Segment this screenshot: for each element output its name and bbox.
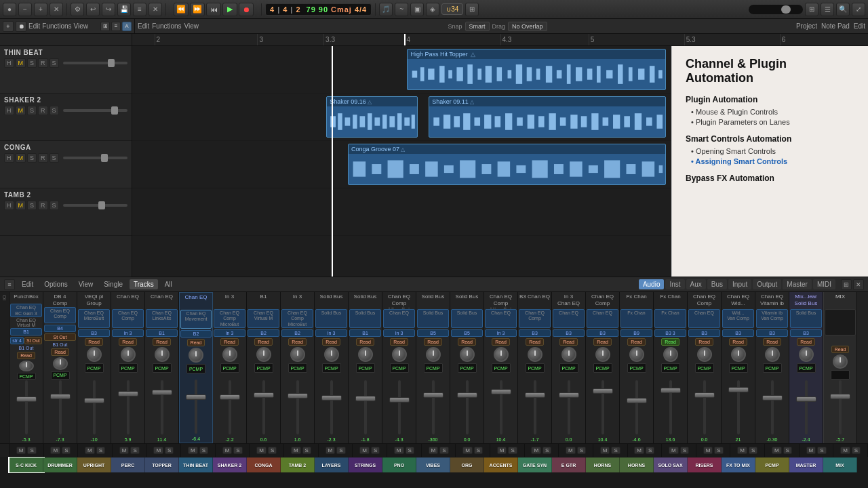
mute-btn[interactable]: M (497, 447, 507, 454)
fader-knob[interactable] (593, 388, 613, 394)
fader-track[interactable] (25, 380, 28, 434)
channel-mode[interactable]: In 3 (485, 329, 517, 337)
channel-plugin[interactable]: Solid Bus (349, 309, 381, 328)
fader-knob[interactable] (457, 392, 477, 398)
solo-btn[interactable]: S (406, 447, 414, 454)
mute-btn[interactable]: M (703, 447, 713, 454)
fader-track[interactable] (93, 380, 96, 434)
fader-knob[interactable] (288, 393, 308, 399)
solo-btn[interactable]: S (199, 447, 208, 454)
fader-track[interactable] (262, 380, 265, 434)
channel-read-btn[interactable]: Read (593, 338, 612, 346)
channel-read-btn[interactable]: Read (763, 338, 781, 346)
mute-btn[interactable]: M (394, 447, 404, 454)
channel-read-btn[interactable]: Read (288, 338, 307, 346)
mixer-btn[interactable]: ≡ (133, 3, 146, 16)
collapse-btn[interactable]: ≡ (111, 22, 121, 31)
mute-btn[interactable]: M (531, 447, 541, 454)
rewind-btn[interactable]: ⏪ (174, 3, 189, 16)
channel-plugin[interactable]: Solid Bus (417, 309, 449, 328)
fader-knob[interactable] (796, 396, 816, 402)
mixer-aux-tab[interactable]: Aux (686, 279, 706, 289)
mute-btn[interactable]: M (600, 447, 610, 454)
channel-out[interactable]: St Out (24, 337, 42, 344)
fader-track[interactable] (737, 380, 740, 434)
channel-read-btn[interactable]: Read (526, 338, 544, 346)
channel-read-btn[interactable]: Read (356, 338, 374, 346)
fader-track[interactable] (568, 380, 570, 434)
mute-btn[interactable]: M (16, 447, 26, 454)
channel-read-btn[interactable]: Read (458, 338, 476, 346)
functions-label2[interactable]: Functions (152, 22, 181, 30)
fader-track[interactable] (364, 380, 367, 434)
channel-pan-knob[interactable] (290, 347, 305, 362)
color-tab[interactable]: RISERS (688, 458, 722, 472)
ruler-timeline[interactable]: 2 3 3.3 4 4.3 5 5.3 6 (132, 34, 868, 45)
channel-read-btn[interactable]: Read (661, 338, 679, 346)
solo-btn[interactable]: S (577, 447, 586, 454)
channel-pan-knob[interactable] (663, 347, 678, 362)
channel-mode[interactable]: In 3 (112, 329, 144, 337)
channel-mode[interactable]: B1 (349, 329, 381, 337)
color-tab[interactable]: TAMB 2 (281, 458, 315, 472)
channel-pan-knob[interactable] (595, 347, 610, 362)
track-h-btn[interactable]: H (4, 106, 14, 115)
channel-read-btn[interactable]: Read (390, 338, 408, 346)
fader-knob[interactable] (118, 391, 138, 396)
fader-knob[interactable] (50, 394, 71, 399)
fader-track[interactable] (703, 380, 706, 434)
channel-mode[interactable]: B3 (587, 329, 618, 337)
channel-mode[interactable]: B1 (10, 328, 42, 336)
solo-btn[interactable]: S (714, 447, 723, 454)
track-r-btn[interactable]: R (38, 153, 48, 163)
channel-pan-knob[interactable] (426, 347, 441, 362)
color-tab[interactable]: FX TO MIX (722, 458, 755, 472)
search-btn[interactable]: 🔍 (836, 3, 850, 16)
fader-track[interactable] (534, 380, 536, 434)
redo-btn[interactable]: ↪ (102, 3, 115, 16)
channel-plugin[interactable]: Chan EQ (587, 309, 618, 328)
color-tab[interactable]: SOLO SAX (654, 458, 688, 472)
channel-mode[interactable]: B3 (78, 329, 110, 337)
mute-btn[interactable]: M (840, 447, 850, 454)
track-h-btn[interactable]: H (4, 58, 14, 68)
plugin-btn[interactable]: ⊞ (465, 3, 479, 16)
mute-btn[interactable]: M (119, 447, 130, 454)
channel-pan-knob[interactable] (19, 361, 34, 371)
color-tab[interactable]: UPRIGHT (77, 458, 111, 472)
track-h-btn[interactable]: H (4, 201, 14, 210)
channel-mode[interactable]: B3 (519, 329, 551, 337)
track-m-btn[interactable]: M (16, 106, 26, 115)
channel-pan-knob[interactable] (697, 347, 712, 362)
mixer-midi-tab[interactable]: MIDI (813, 279, 835, 289)
time-display[interactable]: 4 | 4 | 2 79 90 Cmaj 4/4 (265, 3, 372, 16)
solo-btn[interactable]: S (680, 447, 689, 454)
fader-track[interactable] (771, 380, 774, 434)
mixer-bus-tab[interactable]: Bus (707, 279, 727, 289)
channel-insert[interactable]: B1 Out (19, 346, 34, 350)
fader-knob[interactable] (525, 392, 545, 398)
channel-read-btn[interactable]: Read (85, 338, 103, 346)
fader-knob[interactable] (762, 395, 783, 401)
channel-mode[interactable]: B5 (451, 329, 483, 337)
solo-btn[interactable]: S (817, 447, 826, 454)
channel-mode[interactable]: B3 (688, 329, 720, 337)
view-label2[interactable]: View (184, 22, 199, 30)
fader-track[interactable] (635, 380, 638, 434)
color-tab[interactable]: TOPPER (145, 458, 179, 472)
channel-mode[interactable]: B2 (248, 329, 279, 337)
color-tab[interactable]: HORNS (586, 458, 620, 472)
color-tab[interactable]: PNO (382, 458, 416, 472)
channel-mode[interactable]: In 3 (383, 329, 415, 337)
channel-plugin[interactable]: Solid Bus (315, 309, 347, 328)
channel-mode[interactable]: B3 (722, 329, 754, 337)
channel-plugin[interactable]: Chan EQLinksAlts (146, 309, 178, 328)
app-icon[interactable]: ● (3, 3, 16, 16)
mute-btn[interactable]: M (359, 447, 370, 454)
fader-knob[interactable] (389, 397, 410, 403)
solo-btn[interactable]: S (474, 447, 483, 454)
color-tab[interactable]: THIN BEAT (179, 458, 213, 472)
channel-read-btn[interactable]: Read (559, 338, 578, 346)
channel-plugin[interactable]: Fx Chan (620, 309, 652, 328)
channel-plugin[interactable]: Fx Chan (654, 309, 686, 328)
